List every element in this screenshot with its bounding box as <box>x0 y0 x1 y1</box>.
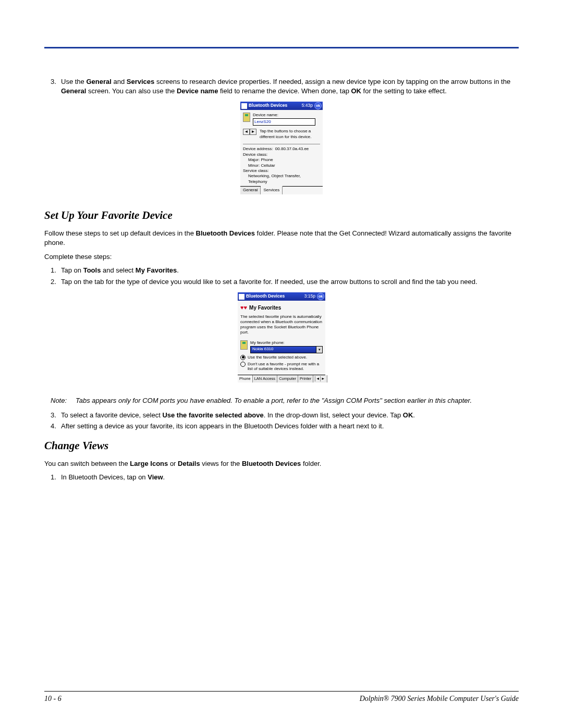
radio-prompt: Don't use a favorite - prompt me with a … <box>240 362 323 372</box>
ok-button: ok <box>317 293 324 300</box>
screenshot-device-properties: Bluetooth Devices 5:43p ok Device name: … <box>240 102 323 194</box>
device-address-value: 00.80.37.0a.43.ee <box>275 146 309 151</box>
guide-title: Dolphin® 7900 Series Mobile Computer Use… <box>360 695 519 703</box>
service-class-label: Service class: <box>243 168 320 174</box>
pda2-time: 3:15p <box>304 293 315 299</box>
icon-arrow-buttons: ◄► <box>243 129 256 135</box>
tab-phone: Phone <box>238 375 253 382</box>
tab-printer: Printer <box>298 375 313 382</box>
fav-step-1: 1. Tap on Tools and select My Favorites. <box>44 266 519 275</box>
fav-step-3: 3. To select a favorite device, select U… <box>44 411 519 420</box>
tab-services: Services <box>261 186 283 194</box>
pda2-tabs: Phone LAN Access Computer Printer ◄► <box>238 375 325 382</box>
scroll-right-icon: ► <box>320 376 325 381</box>
pda2-title: Bluetooth Devices <box>246 293 304 299</box>
step-3: 3. Use the General and Services screens … <box>44 77 519 95</box>
tab-lan-access: LAN Access <box>253 375 277 382</box>
tab-computer: Computer <box>277 375 298 382</box>
tab-general: General <box>240 187 261 194</box>
device-name-label: Device name: <box>253 113 315 118</box>
dropdown-caret-icon: ▾ <box>316 347 322 353</box>
heading-set-up-favorite: Set Up Your Favorite Device <box>44 208 519 223</box>
windows-icon <box>239 294 244 300</box>
radio-icon <box>240 362 246 367</box>
radio-use-favorite: Use the favorite selected above. <box>240 355 323 360</box>
favorites-description: The selected favorite phone is automatic… <box>240 314 323 335</box>
views-intro: You can switch between the Large Icons o… <box>44 459 519 468</box>
device-icon <box>240 340 248 350</box>
screenshot-my-favorites: Bluetooth Devices 3:15p ok ♥♥ My Favorit… <box>238 292 325 382</box>
note: Note: Tabs appears only for COM ports yo… <box>51 396 519 405</box>
fav-step-2: 2. Tap on the tab for the type of device… <box>44 277 519 287</box>
ok-button: ok <box>314 102 322 109</box>
device-icon <box>243 113 250 122</box>
pda2-titlebar: Bluetooth Devices 3:15p ok <box>238 292 325 301</box>
scroll-left-icon: ◄ <box>315 376 320 381</box>
device-address-label: Device address: <box>243 146 273 151</box>
pda-title: Bluetooth Devices <box>249 103 302 108</box>
my-favorites-heading: ♥♥ My Favorites <box>240 304 323 312</box>
device-name-input <box>253 118 315 126</box>
fav-intro: Follow these steps to set up default dev… <box>44 229 519 247</box>
arrow-help-text: Tap the buttons to choose a different ic… <box>260 129 320 140</box>
heading-change-views: Change Views <box>44 438 519 453</box>
complete-steps-label: Complete these steps: <box>44 252 519 262</box>
views-step-1: 1. In Bluetooth Devices, tap on View. <box>44 473 519 482</box>
header-rule <box>44 47 519 48</box>
radio-icon <box>240 355 246 360</box>
windows-icon <box>241 103 247 109</box>
device-class-minor: Minor: Cellular <box>243 163 320 168</box>
device-class-major: Major: Phone <box>243 157 320 163</box>
favorite-phone-label: My favorite phone: <box>250 340 323 346</box>
hearts-icon: ♥♥ <box>240 304 247 312</box>
pda-tabs: General Services <box>240 186 323 194</box>
pda-time: 5:43p <box>302 103 313 108</box>
favorite-phone-dropdown: Nokia 6310 ▾ <box>250 346 323 353</box>
fav-step-4: 4. After setting a device as your favori… <box>44 422 519 431</box>
page-number: 10 - 6 <box>44 695 62 703</box>
pda-titlebar: Bluetooth Devices 5:43p ok <box>240 102 323 110</box>
service-class-value: Networking, Object Transfer, Telephony <box>243 174 320 184</box>
page-footer: 10 - 6 Dolphin® 7900 Series Mobile Compu… <box>44 691 519 703</box>
device-class-label: Device class: <box>243 152 320 157</box>
